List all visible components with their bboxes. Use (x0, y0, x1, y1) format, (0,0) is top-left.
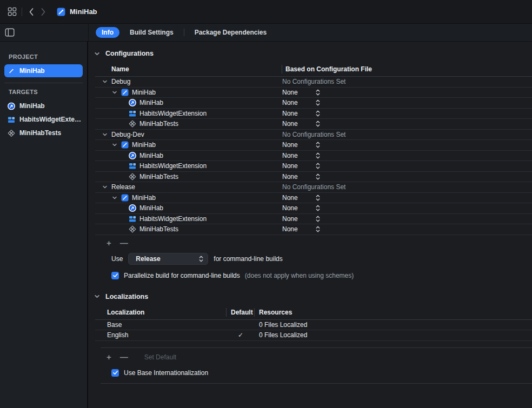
command-line-suffix-label: for command-line builds (214, 255, 282, 263)
configurations-table-header: Name Based on Configuration File (95, 62, 532, 77)
localization-row[interactable]: Base 0 Files Localized (95, 320, 532, 331)
use-label: Use (111, 255, 123, 263)
dropdown-stepper-icon[interactable] (315, 141, 321, 149)
parallelize-build-row: Parallelize build for command-line build… (111, 272, 532, 279)
column-header-localization: Localization (95, 308, 227, 317)
dropdown-value: Release (136, 255, 160, 263)
config-row[interactable]: MiniHabTests None (95, 224, 532, 235)
dropdown-stepper-icon[interactable] (315, 162, 321, 170)
tests-icon (129, 173, 136, 180)
sidebar-toggle-icon[interactable] (3, 26, 16, 39)
localizations-section-header[interactable]: Localizations (88, 288, 532, 305)
tab-package-dependencies[interactable]: Package Dependencies (189, 27, 272, 38)
config-row-name: MiniHab (132, 89, 156, 96)
dropdown-stepper-icon[interactable] (315, 88, 321, 97)
parallelize-build-label: Parallelize build for command-line build… (124, 272, 240, 279)
bottom-divider (101, 383, 532, 384)
configurations-add-remove-bar: + — (107, 238, 532, 248)
chevron-down-icon[interactable] (94, 51, 100, 57)
chevron-down-icon[interactable] (94, 293, 100, 299)
config-row-name: MiniHab (132, 141, 156, 149)
dropdown-stepper-icon[interactable] (315, 193, 321, 202)
config-row-name: HabitsWidgetExtension (139, 110, 207, 117)
chevron-down-icon[interactable] (111, 90, 118, 95)
localization-row[interactable]: English ✓ 0 Files Localized (95, 330, 532, 341)
dropdown-stepper-icon[interactable] (315, 151, 321, 160)
config-row[interactable]: MiniHabTests None (95, 119, 532, 130)
tabbar-separator (88, 24, 89, 41)
config-row-name: MiniHabTests (139, 120, 178, 128)
dropdown-stepper-icon[interactable] (315, 204, 321, 212)
config-row[interactable]: MiniHabTests None (95, 172, 532, 183)
xcode-window: MiniHab Info Build Settings Package Depe… (0, 0, 532, 408)
column-header-resources: Resources (255, 309, 292, 316)
config-row-value: None (282, 194, 298, 202)
config-group-row[interactable]: Debug-Dev No Configurations Set (95, 130, 532, 141)
config-row-value: None (282, 120, 298, 128)
use-base-internationalization-checkbox[interactable] (111, 369, 119, 377)
config-group-name: Release (111, 183, 135, 191)
config-row-value: None (282, 110, 298, 117)
add-localization-button[interactable]: + (107, 354, 111, 360)
chevron-down-icon[interactable] (111, 195, 118, 200)
sidebar-item-target-tests[interactable]: MiniHabTests (4, 126, 83, 139)
navigate-forward-button[interactable] (37, 6, 49, 18)
config-row-name: MiniHab (139, 204, 163, 212)
sidebar-item-target-widget-extension[interactable]: HabitsWidgetExten… (4, 113, 83, 126)
chevron-down-icon[interactable] (111, 142, 118, 148)
config-row[interactable]: MiniHab None (95, 140, 532, 151)
sidebar-item-label: MiniHab (19, 67, 45, 75)
localization-resources: 0 Files Localized (255, 321, 307, 329)
config-row[interactable]: MiniHab None (95, 88, 532, 98)
dropdown-stepper-icon[interactable] (315, 172, 321, 181)
set-default-button[interactable]: Set Default (144, 353, 176, 361)
localization-name: Base (95, 321, 227, 329)
config-row[interactable]: HabitsWidgetExtension None (95, 161, 532, 172)
use-base-internationalization-row: Use Base Internationalization (111, 369, 532, 377)
dropdown-stepper-icon[interactable] (315, 215, 321, 223)
remove-configuration-button[interactable]: — (120, 240, 128, 246)
remove-localization-button[interactable]: — (120, 354, 128, 360)
dropdown-stepper-icon[interactable] (315, 109, 321, 118)
sidebar-item-target-minihab[interactable]: MiniHab (4, 99, 83, 112)
editor-grid-button[interactable] (5, 5, 18, 18)
config-row[interactable]: MiniHab None (95, 193, 532, 204)
tab-build-settings[interactable]: Build Settings (124, 27, 179, 38)
editor-tab-bar: Info Build Settings Package Dependencies (0, 24, 532, 42)
sidebar-item-project-minihab[interactable]: MiniHab (4, 64, 83, 77)
configurations-table: Name Based on Configuration File Debug N… (95, 62, 532, 235)
project-icon (57, 8, 65, 16)
configurations-section-header[interactable]: Configurations (88, 45, 532, 62)
project-info-pane: Configurations Name Based on Configurati… (88, 42, 532, 408)
dropdown-stepper-icon[interactable] (315, 98, 321, 107)
chevron-down-icon[interactable] (102, 79, 108, 84)
config-row[interactable]: MiniHab None (95, 98, 532, 109)
config-row[interactable]: MiniHab None (95, 203, 532, 214)
app-target-icon (129, 152, 136, 159)
command-line-config-dropdown[interactable]: Release (128, 253, 208, 265)
config-row-name: MiniHab (139, 99, 163, 106)
config-group-row[interactable]: Release No Configurations Set (95, 182, 532, 193)
config-row[interactable]: HabitsWidgetExtension None (95, 109, 532, 119)
app-target-icon (8, 102, 15, 110)
config-row-value: None (282, 204, 298, 212)
chevron-down-icon[interactable] (102, 184, 108, 190)
config-group-row[interactable]: Debug No Configurations Set (95, 77, 532, 88)
parallelize-build-checkbox[interactable] (111, 272, 119, 279)
tab-info[interactable]: Info (96, 27, 119, 38)
column-header-based-on: Based on Configuration File (282, 65, 372, 73)
chevron-down-icon[interactable] (102, 132, 108, 137)
dropdown-stepper-icon[interactable] (315, 119, 321, 128)
add-configuration-button[interactable]: + (107, 240, 111, 246)
sidebar-targets-header: TARGETS (9, 89, 87, 95)
widget-icon (129, 110, 136, 117)
config-row[interactable]: HabitsWidgetExtension None (95, 214, 532, 225)
section-divider (101, 347, 532, 348)
config-row[interactable]: MiniHab None (95, 151, 532, 162)
dropdown-stepper-icon[interactable] (315, 225, 321, 233)
config-row-value: None (282, 162, 298, 170)
config-row-name: HabitsWidgetExtension (139, 215, 207, 223)
command-line-builds-row: Use Release for command-line builds (111, 253, 532, 265)
config-group-value: No Configurations Set (282, 131, 345, 138)
navigate-back-button[interactable] (25, 6, 37, 18)
